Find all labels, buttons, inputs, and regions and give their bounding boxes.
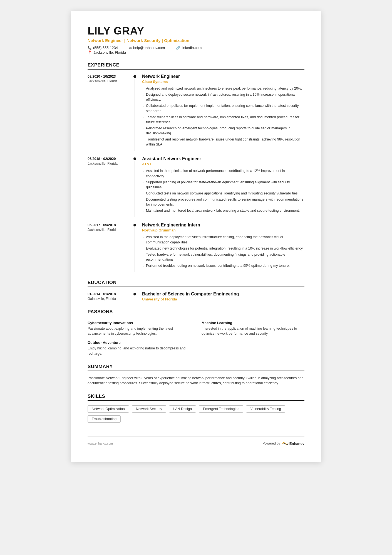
- job-3-title: Network Engineering Intern: [142, 223, 304, 228]
- resume-page: LILY GRAY Network Engineer | Network Sec…: [71, 11, 321, 462]
- job-2-location: Jacksonville, Florida: [88, 162, 132, 166]
- bullet: Performed troubleshooting on network iss…: [142, 263, 304, 268]
- bullet: Documented testing procedures and commun…: [142, 197, 304, 207]
- email-address: help@enhancv.com: [133, 46, 165, 50]
- passion-2-title: Machine Learning: [202, 321, 304, 325]
- job-2-bullets: Assisted in the optimization of network …: [142, 168, 304, 213]
- summary-section: SUMMARY Passionate Network Engineer with…: [88, 364, 304, 386]
- timeline-dot-2: [133, 157, 136, 160]
- bullet: Performed research on emergent technolog…: [142, 126, 304, 136]
- footer: www.enhancv.com Powered by Enhancv: [88, 436, 304, 446]
- linkedin-url: linkedin.com: [182, 46, 202, 50]
- job-2-company: AT&T: [142, 162, 304, 166]
- education-section-title: EDUCATION: [88, 280, 304, 287]
- location-icon: 📍: [88, 50, 92, 55]
- candidate-title: Network Engineer | Network Security | Op…: [88, 38, 304, 43]
- header: LILY GRAY Network Engineer | Network Sec…: [88, 25, 304, 55]
- phone-number: (555) 555-1234: [93, 46, 118, 50]
- location-text: Jacksonville, Florida: [93, 50, 126, 55]
- timeline-2: [132, 156, 138, 217]
- passion-3-text: Enjoy hiking, camping, and exploring nat…: [88, 346, 190, 356]
- timeline-line-1: [135, 79, 135, 151]
- job-1-date: 03/2020 - 10/2023: [88, 74, 132, 78]
- bullet: Tested hardware for network vulnerabilit…: [142, 252, 304, 262]
- job-2-date-location: 06/2018 - 02/2020 Jacksonville, Florida: [88, 156, 132, 217]
- education-section: EDUCATION 01/2014 - 01/2018 Gainesville,…: [88, 280, 304, 301]
- passion-1: Cybersecurity Innovations Passionate abo…: [88, 321, 190, 336]
- bullet: Tested vulnerabilities in software and h…: [142, 115, 304, 125]
- linkedin-contact[interactable]: 🔗 linkedin.com: [176, 46, 202, 50]
- edu-date: 01/2014 - 01/2018: [88, 292, 132, 296]
- job-3-bullets: Assisted in the deployment of video infr…: [142, 235, 304, 268]
- job-1-date-location: 03/2020 - 10/2023 Jacksonville, Florida: [88, 74, 132, 151]
- enhancv-logo: Enhancv: [282, 441, 304, 446]
- job-2-content: Assistant Network Engineer AT&T Assisted…: [138, 156, 304, 217]
- bullet: Assisted in the optimization of network …: [142, 168, 304, 178]
- job-2-date: 06/2018 - 02/2020: [88, 156, 132, 161]
- skills-row-1: Network Optimization Network Security LA…: [88, 405, 304, 413]
- skills-section: SKILLS Network Optimization Network Secu…: [88, 394, 304, 423]
- education-entry-1: 01/2014 - 01/2018 Gainesville, Florida B…: [88, 292, 304, 301]
- summary-section-title: SUMMARY: [88, 364, 304, 371]
- job-1-location: Jacksonville, Florida: [88, 79, 132, 83]
- timeline-3: [132, 223, 138, 272]
- summary-text: Passionate Network Engineer with 3 years…: [88, 376, 304, 386]
- powered-by-label: Powered by: [262, 441, 280, 445]
- passions-section: PASSIONS Cybersecurity Innovations Passi…: [88, 309, 304, 356]
- skill-emergent-technologies: Emergent Technologies: [199, 405, 243, 413]
- skills-section-title: SKILLS: [88, 394, 304, 401]
- skill-lan-design: LAN Design: [169, 405, 196, 413]
- job-3-content: Network Engineering Intern Northrup Grum…: [138, 223, 304, 272]
- candidate-name: LILY GRAY: [88, 25, 304, 37]
- bullet: Evaluated new technologies for potential…: [142, 246, 304, 251]
- email-contact: ✉ help@enhancv.com: [129, 46, 165, 50]
- edu-location: Gainesville, Florida: [88, 297, 132, 301]
- passion-2: Machine Learning Interested in the appli…: [202, 321, 304, 336]
- experience-section: EXPERIENCE 03/2020 - 10/2023 Jacksonvill…: [88, 62, 304, 272]
- passion-1-title: Cybersecurity Innovations: [88, 321, 190, 325]
- bullet: Troubleshot and resolved network hardwar…: [142, 137, 304, 147]
- passion-2-text: Interested in the application of machine…: [202, 326, 304, 336]
- edu-timeline-dot: [133, 293, 136, 295]
- experience-section-title: EXPERIENCE: [88, 62, 304, 70]
- location-row: 📍 Jacksonville, Florida: [88, 50, 304, 55]
- edu-degree: Bachelor of Science in Computer Engineer…: [142, 292, 304, 297]
- timeline-line-2: [135, 161, 135, 217]
- edu-date-location: 01/2014 - 01/2018 Gainesville, Florida: [88, 292, 132, 301]
- edu-timeline: [132, 292, 138, 301]
- bullet: Conducted tests on network software appl…: [142, 191, 304, 196]
- bullet: Designed and deployed secure network inf…: [142, 92, 304, 102]
- edu-school: University of Florida: [142, 297, 304, 301]
- timeline-1: [132, 74, 138, 151]
- enhancv-brand-name: Enhancv: [289, 441, 304, 446]
- bullet: Analyzed and optimized network architect…: [142, 86, 304, 91]
- passions-section-title: PASSIONS: [88, 309, 304, 316]
- job-3-company: Northrup Grumman: [142, 228, 304, 232]
- bullet: Maintained and monitored local area netw…: [142, 208, 304, 213]
- job-1: 03/2020 - 10/2023 Jacksonville, Florida …: [88, 74, 304, 151]
- phone-icon: 📞: [88, 46, 92, 50]
- job-3-date: 05/2017 - 05/2018: [88, 223, 132, 227]
- enhancv-logo-icon: [282, 441, 289, 446]
- footer-brand: Powered by Enhancv: [262, 441, 304, 446]
- bullet: Assisted in the deployment of video infr…: [142, 235, 304, 245]
- skill-troubleshooting: Troubleshooting: [88, 415, 121, 423]
- timeline-line-3: [135, 227, 135, 272]
- job-2: 06/2018 - 02/2020 Jacksonville, Florida …: [88, 156, 304, 217]
- job-2-title: Assistant Network Engineer: [142, 156, 304, 161]
- skill-network-optimization: Network Optimization: [88, 405, 129, 413]
- bullet: Supported planning of policies for state…: [142, 180, 304, 190]
- job-1-content: Network Engineer Cisco Systems Analyzed …: [138, 74, 304, 151]
- passion-3: Outdoor Adventure Enjoy hiking, camping,…: [88, 341, 190, 356]
- skills-row-2: Troubleshooting: [88, 415, 304, 423]
- phone-contact: 📞 (555) 555-1234: [88, 46, 118, 50]
- contact-row: 📞 (555) 555-1234 ✉ help@enhancv.com 🔗 li…: [88, 46, 304, 50]
- job-3-date-location: 05/2017 - 05/2018 Jacksonville, Florida: [88, 223, 132, 272]
- edu-content: Bachelor of Science in Computer Engineer…: [138, 292, 304, 301]
- skill-network-security: Network Security: [132, 405, 166, 413]
- job-3-location: Jacksonville, Florida: [88, 228, 132, 232]
- footer-website: www.enhancv.com: [88, 442, 113, 445]
- passion-3-title: Outdoor Adventure: [88, 341, 190, 345]
- job-3: 05/2017 - 05/2018 Jacksonville, Florida …: [88, 223, 304, 272]
- timeline-dot-1: [133, 75, 136, 78]
